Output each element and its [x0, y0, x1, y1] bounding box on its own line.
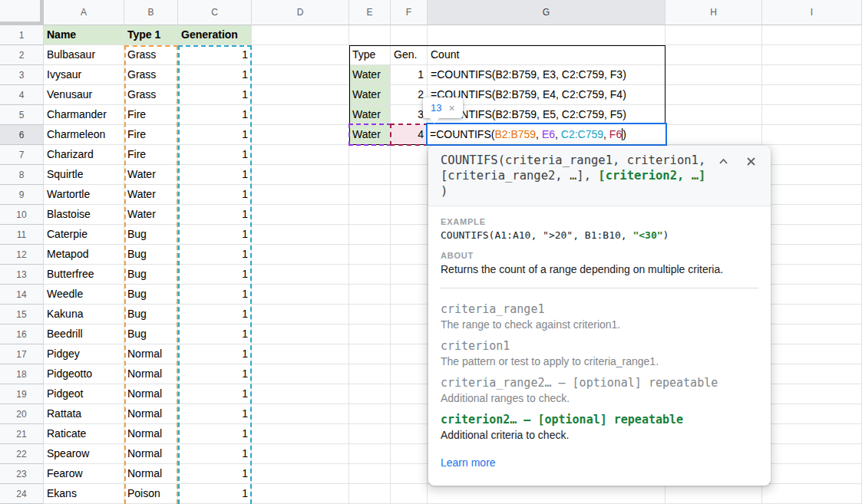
column-header-A[interactable]: A [44, 0, 124, 25]
cell-D24[interactable] [252, 484, 349, 504]
row-header-2[interactable]: 2 [0, 45, 44, 65]
column-header-D[interactable]: D [252, 0, 349, 25]
cell-I7[interactable] [762, 145, 862, 165]
cell-A2[interactable]: Bulbasaur [44, 45, 124, 65]
row-header-9[interactable]: 9 [0, 185, 44, 205]
cell-D7[interactable] [252, 145, 349, 165]
cell-A8[interactable]: Squirtle [44, 165, 124, 185]
cell-F14[interactable] [391, 285, 428, 305]
cell-I6[interactable] [762, 125, 862, 145]
row-header-12[interactable]: 12 [0, 245, 44, 265]
cell-A19[interactable]: Pidgeot [44, 384, 124, 404]
cell-E22[interactable] [349, 444, 391, 464]
cell-I10[interactable] [762, 205, 862, 225]
cell-B23[interactable]: Normal [124, 464, 178, 484]
cell-B24[interactable]: Poison [124, 484, 178, 504]
cell-B10[interactable]: Water [124, 205, 178, 225]
cell-E14[interactable] [349, 285, 391, 305]
cell-D1[interactable] [252, 25, 349, 45]
select-all-corner[interactable] [0, 0, 44, 25]
cell-A6[interactable]: Charmeleon [44, 125, 124, 145]
cell-E1[interactable] [349, 25, 391, 45]
cell-I22[interactable] [762, 444, 862, 464]
cell-D6[interactable] [252, 125, 349, 145]
cell-B17[interactable]: Normal [124, 344, 178, 364]
cell-I3[interactable] [762, 65, 862, 85]
cell-B20[interactable]: Normal [124, 404, 178, 424]
cell-C15[interactable]: 1 [178, 305, 252, 324]
cell-D21[interactable] [252, 424, 349, 444]
cell-I14[interactable] [762, 285, 862, 305]
cell-D9[interactable] [252, 185, 349, 205]
cell-H6[interactable] [665, 125, 762, 145]
cell-A15[interactable]: Kakuna [44, 305, 124, 324]
cell-I20[interactable] [762, 404, 862, 424]
cell-A3[interactable]: Ivysaur [44, 65, 124, 85]
cell-B11[interactable]: Bug [124, 225, 178, 245]
row-header-4[interactable]: 4 [0, 85, 44, 105]
cell-C3[interactable]: 1 [178, 65, 252, 85]
chevron-up-icon[interactable] [718, 156, 729, 167]
cell-E3[interactable]: Water [349, 65, 391, 85]
cell-C21[interactable]: 1 [178, 424, 252, 444]
cell-E11[interactable] [349, 225, 391, 245]
cell-I21[interactable] [762, 424, 862, 444]
cell-D18[interactable] [252, 364, 349, 384]
cell-D17[interactable] [252, 344, 349, 364]
cell-E9[interactable] [349, 185, 391, 205]
cell-E23[interactable] [349, 464, 391, 484]
cell-C23[interactable]: 1 [178, 464, 252, 484]
cell-I9[interactable] [762, 185, 862, 205]
cell-G2[interactable]: Count [428, 45, 665, 65]
cell-I11[interactable] [762, 225, 862, 245]
cell-D22[interactable] [252, 444, 349, 464]
cell-F6[interactable]: 4 [391, 125, 428, 145]
cell-I8[interactable] [762, 165, 862, 185]
cell-F1[interactable] [391, 25, 428, 45]
cell-D20[interactable] [252, 404, 349, 424]
cell-B7[interactable]: Fire [124, 145, 178, 165]
cell-B9[interactable]: Water [124, 185, 178, 205]
cell-B2[interactable]: Grass [124, 45, 178, 65]
cell-D16[interactable] [252, 324, 349, 344]
cell-B4[interactable]: Grass [124, 85, 178, 105]
cell-A1[interactable]: Name [44, 25, 124, 45]
column-header-I[interactable]: I [762, 0, 862, 25]
cell-B18[interactable]: Normal [124, 364, 178, 384]
row-header-17[interactable]: 17 [0, 344, 44, 364]
cell-F13[interactable] [391, 265, 428, 285]
cell-C20[interactable]: 1 [178, 404, 252, 424]
cell-G1[interactable] [428, 25, 665, 45]
cell-E24[interactable] [349, 484, 391, 504]
row-header-1[interactable]: 1 [0, 25, 44, 45]
cell-A13[interactable]: Butterfree [44, 265, 124, 285]
cell-E7[interactable] [349, 145, 391, 165]
close-icon[interactable] [745, 156, 757, 167]
cell-D3[interactable] [252, 65, 349, 85]
cell-A21[interactable]: Raticate [44, 424, 124, 444]
cell-F23[interactable] [391, 464, 428, 484]
cell-E15[interactable] [349, 305, 391, 324]
column-header-C[interactable]: C [178, 0, 252, 25]
row-header-24[interactable]: 24 [0, 484, 44, 504]
cell-D23[interactable] [252, 464, 349, 484]
cell-F20[interactable] [391, 404, 428, 424]
cell-A14[interactable]: Weedle [44, 285, 124, 305]
cell-G4[interactable]: =COUNTIFS(B2:B759, E4, C2:C759, F4) [428, 85, 665, 105]
cell-E21[interactable] [349, 424, 391, 444]
cell-H24[interactable] [665, 484, 762, 504]
cell-E4[interactable]: Water [349, 85, 391, 105]
cell-I1[interactable] [762, 25, 862, 45]
cell-D8[interactable] [252, 165, 349, 185]
cell-C2[interactable]: 1 [178, 45, 252, 65]
cell-F7[interactable] [391, 145, 428, 165]
cell-D13[interactable] [252, 265, 349, 285]
cell-C8[interactable]: 1 [178, 165, 252, 185]
cell-I15[interactable] [762, 305, 862, 324]
cell-C18[interactable]: 1 [178, 364, 252, 384]
cell-E13[interactable] [349, 265, 391, 285]
cell-A22[interactable]: Spearow [44, 444, 124, 464]
cell-C13[interactable]: 1 [178, 265, 252, 285]
cell-B16[interactable]: Bug [124, 324, 178, 344]
cell-F12[interactable] [391, 245, 428, 265]
